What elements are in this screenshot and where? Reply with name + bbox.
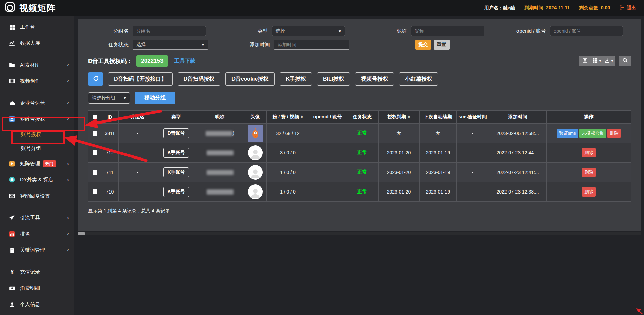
table-row: 712-K手账号3 / 0 / 0正常2023-01-202023-01-19-… — [88, 143, 631, 163]
group-bar: 请选择分组▼ 移动分组 — [88, 92, 631, 104]
account-type-pill: D音账号 — [163, 128, 189, 138]
topbar: 视频矩阵 用户名：融e融 到期时间: 2024-11-11 剩余点数: 0.00… — [0, 0, 644, 16]
sidebar-item-label: 消费明细 — [20, 285, 40, 291]
sidebar-item-12[interactable]: 智能回复设置 — [0, 188, 74, 204]
task-status-label: 任务状态 — [88, 42, 129, 48]
grid-view-button[interactable]: ▼ — [591, 56, 603, 66]
horizontal-scrollbar[interactable] — [78, 232, 641, 235]
expire-cell: 无 — [379, 124, 420, 143]
chevron-left-icon: ‹ — [67, 214, 69, 221]
actions-cell: 删除 — [547, 182, 631, 202]
row-checkbox[interactable] — [93, 150, 97, 155]
scrollbar-thumb[interactable] — [78, 232, 85, 235]
group-name-input[interactable] — [133, 26, 206, 36]
column-header-6[interactable]: 粉 / 赞 / 视频▲▼ — [267, 111, 309, 124]
search-button[interactable] — [619, 56, 631, 66]
auth-button-1[interactable]: D音扫码授权 — [178, 72, 221, 86]
list-view-button[interactable] — [579, 56, 591, 66]
sidebar-item-7[interactable]: 矩阵号授权‹ — [0, 111, 74, 127]
avatar — [248, 145, 263, 160]
account-type-pill: K手账号 — [163, 187, 189, 197]
group-select[interactable]: 请选择分组▼ — [88, 92, 130, 104]
column-header-label: 授权到期 — [387, 114, 406, 119]
table-toolbar: ▼▼ — [579, 56, 631, 66]
sidebar-divider — [5, 54, 69, 54]
column-header-label: 任务状态 — [353, 114, 372, 119]
openid-cell — [309, 163, 346, 182]
status-cell: 正常 — [346, 163, 379, 182]
openid-cell — [309, 182, 346, 202]
sidebar-item-20[interactable]: 个人信息 — [0, 296, 74, 312]
table-row: 710-K手账号1 / 0 / 0正常2023-01-202023-01-19-… — [88, 182, 631, 202]
sidebar-item-14[interactable]: 引流工具‹ — [0, 210, 74, 226]
add-time-input[interactable] — [274, 40, 349, 50]
column-header-label: ID — [108, 114, 112, 120]
action-button-green[interactable]: 未授权合集 — [579, 129, 606, 138]
action-button-red[interactable]: 删除 — [582, 187, 596, 197]
auth-button-3[interactable]: K手授权 — [280, 72, 312, 86]
logout-button[interactable]: 退出 — [619, 5, 636, 11]
hot-badge: 热门 — [43, 160, 56, 167]
type-cell: D音账号 — [156, 124, 196, 143]
view-button-group: ▼▼ — [579, 56, 615, 66]
auth-button-6[interactable]: 小红薯授权 — [399, 72, 438, 86]
sidebar-item-10[interactable]: 矩阵管理热门‹ — [0, 155, 74, 172]
sidebar-item-9[interactable]: 账号分组 — [0, 141, 74, 155]
auth-button-2[interactable]: D音cookie授权 — [225, 72, 275, 86]
sidebar-item-16[interactable]: 关键词管理‹ — [0, 242, 74, 258]
sidebar-item-4[interactable]: 视频创作‹ — [0, 73, 74, 89]
row-checkbox[interactable] — [93, 170, 97, 175]
row-checkbox-cell — [88, 182, 101, 202]
type-cell: K手账号 — [156, 143, 196, 163]
sidebar-item-0[interactable]: 工作台 — [0, 19, 74, 35]
row-checkbox[interactable] — [93, 189, 97, 194]
select-all-checkbox[interactable] — [93, 115, 97, 119]
sidebar-item-19[interactable]: 消费明细 — [0, 280, 74, 296]
auth-button-5[interactable]: 视频号授权 — [355, 72, 394, 86]
sidebar-item-3[interactable]: AI素材库‹ — [0, 57, 74, 73]
sidebar-item-label: 引流工具 — [20, 215, 40, 221]
task-status-select[interactable]: 选择▼ — [133, 40, 208, 50]
sidebar-item-15[interactable]: 排名‹ — [0, 226, 74, 242]
tool-download-link[interactable]: 工具下载 — [174, 58, 195, 65]
reset-button[interactable]: 重置 — [434, 40, 450, 50]
sidebar-item-label: 关键词管理 — [20, 247, 45, 253]
action-button-red[interactable]: 删除 — [582, 168, 596, 177]
table-row: 711-K手账号1 / 0 / 0正常2023-01-202023-01-19-… — [88, 163, 631, 182]
column-header-9[interactable]: 授权到期▲▼ — [379, 111, 420, 124]
sidebar-item-6[interactable]: 企业号运营‹ — [0, 95, 74, 111]
refresh-button[interactable] — [88, 72, 103, 86]
chevron-left-icon: ‹ — [67, 62, 69, 68]
sort-icon[interactable]: ▲▼ — [301, 115, 303, 119]
export-button[interactable]: ▼ — [603, 56, 615, 66]
sms-time-cell: - — [457, 182, 489, 202]
sidebar-item-18[interactable]: ¥充值记录 — [0, 264, 74, 280]
action-button-blue[interactable]: 验证sms — [557, 129, 578, 138]
sidebar-item-8[interactable]: 账号授权 — [0, 127, 74, 141]
folder-icon — [9, 62, 15, 68]
action-button-red[interactable]: 删除 — [582, 148, 596, 158]
auth-button-0[interactable]: D音扫码【开放接口】 — [108, 72, 173, 86]
move-group-button[interactable]: 移动分组 — [135, 92, 175, 104]
sms-time-cell: - — [457, 124, 489, 143]
action-button-red[interactable]: 删除 — [607, 129, 621, 138]
openid-input[interactable] — [550, 26, 623, 36]
nickname-input[interactable] — [411, 26, 484, 36]
sidebar-item-label: 智能回复设置 — [20, 193, 50, 199]
chevron-left-icon: ‹ — [67, 247, 69, 253]
sidebar-item-1[interactable]: 数据大屏 — [0, 35, 74, 51]
openid-cell — [309, 143, 346, 163]
avatar-cell — [244, 182, 267, 202]
id-cell: 3811 — [101, 124, 119, 143]
auth-button-4[interactable]: BILI授权 — [317, 72, 350, 86]
cloud-icon — [9, 100, 15, 106]
sidebar-item-11[interactable]: DY外卖 & 探店‹ — [0, 172, 74, 188]
submit-button[interactable]: 提交 — [415, 40, 431, 50]
row-checkbox[interactable] — [93, 131, 97, 136]
avatar-cell — [244, 124, 267, 143]
type-select[interactable]: 选择▼ — [272, 26, 345, 36]
sort-icon[interactable]: ▲▼ — [408, 115, 410, 119]
accounts-table: ID分组名类型昵称头像粉 / 赞 / 视频▲▼openid / 账号任务状态授权… — [88, 110, 631, 202]
type-label: 类型 — [214, 28, 268, 34]
column-header-label: 分组名 — [131, 114, 145, 119]
